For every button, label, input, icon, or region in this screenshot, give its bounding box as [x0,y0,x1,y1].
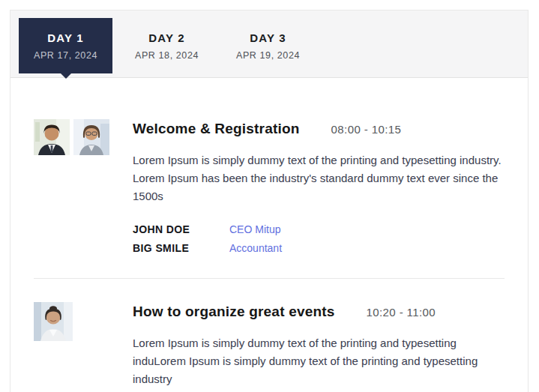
speaker-name: JOHN DOE [133,223,229,235]
speaker-name: BIG SMILE [133,242,229,254]
speaker-photo-woman-with-glasses [73,119,109,155]
speaker-role-link[interactable]: Accountant [229,242,282,254]
tab-day-3[interactable]: DAY 3 APR 19, 2024 [221,18,315,73]
tab-day-1-label: DAY 1 [47,31,84,44]
speaker-avatar-group [34,119,133,257]
schedule-day-content: Welcome & Registration 08:00 - 10:15 Lor… [10,78,528,392]
session-description: Lorem Ipsum is simply dummy text of the … [133,151,502,205]
session-details: How to organize great events 10:20 - 11:… [133,302,505,392]
session-details: Welcome & Registration 08:00 - 10:15 Lor… [133,119,505,257]
tab-day-2[interactable]: DAY 2 APR 18, 2024 [120,18,214,73]
event-schedule-panel: DAY 1 APR 17, 2024 DAY 2 APR 18, 2024 DA… [10,10,529,392]
speaker-photo-man-in-suit [34,119,70,155]
session-description: Lorem Ipsum is simply dummy text of the … [133,334,502,388]
session-time: 08:00 - 10:15 [331,123,402,136]
tab-day-3-label: DAY 3 [250,31,286,44]
active-tab-pointer-icon [60,73,72,79]
session-title: How to organize great events [133,304,335,320]
session-how-to-organize: How to organize great events 10:20 - 11:… [34,302,505,392]
session-time: 10:20 - 11:00 [367,306,436,319]
tab-day-2-date: APR 18, 2024 [135,50,199,61]
session-divider [34,278,505,279]
speaker-row: BIG SMILE Accountant [133,238,505,257]
speaker-list: JOHN DOE CEO Mitup BIG SMILE Accountant [133,220,505,257]
tab-day-1[interactable]: DAY 1 APR 17, 2024 [19,18,112,73]
tab-day-1-date: APR 17, 2024 [34,50,97,61]
session-welcome-registration: Welcome & Registration 08:00 - 10:15 Lor… [34,119,505,257]
speaker-role-link[interactable]: CEO Mitup [229,223,280,235]
session-title-row: Welcome & Registration 08:00 - 10:15 [133,121,505,137]
schedule-day-tabs: DAY 1 APR 17, 2024 DAY 2 APR 18, 2024 DA… [10,10,528,78]
tab-day-3-date: APR 19, 2024 [236,50,300,61]
speaker-photo-woman-smiling [34,302,73,341]
tab-day-2-label: DAY 2 [148,31,185,44]
speaker-row: JOHN DOE CEO Mitup [133,220,505,238]
session-title-row: How to organize great events 10:20 - 11:… [133,304,505,320]
speaker-avatar-group [34,302,133,392]
session-title: Welcome & Registration [133,121,300,137]
